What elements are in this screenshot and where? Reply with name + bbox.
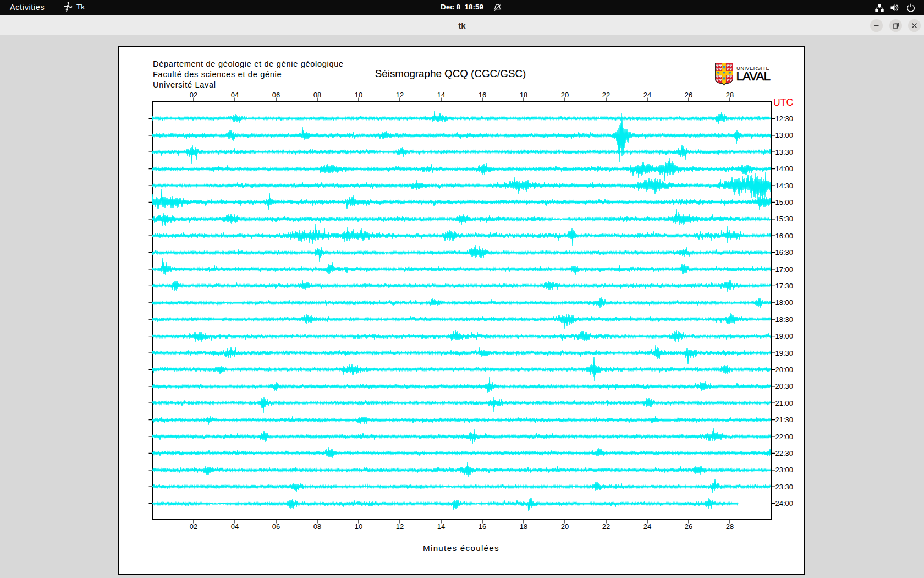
- svg-text:18: 18: [520, 522, 527, 531]
- svg-text:28: 28: [726, 91, 734, 99]
- svg-text:19:30: 19:30: [776, 349, 794, 357]
- svg-text:16: 16: [479, 91, 486, 99]
- svg-text:14:30: 14:30: [776, 182, 794, 190]
- svg-text:15:00: 15:00: [776, 198, 794, 206]
- svg-text:22:00: 22:00: [776, 433, 794, 441]
- svg-text:28: 28: [726, 522, 734, 531]
- svg-text:02: 02: [190, 522, 197, 531]
- svg-text:18: 18: [520, 91, 527, 99]
- svg-text:16: 16: [479, 522, 486, 531]
- svg-text:22: 22: [602, 91, 610, 99]
- svg-text:20: 20: [561, 522, 569, 531]
- svg-text:Minutes écoulées: Minutes écoulées: [423, 543, 499, 553]
- svg-text:15:30: 15:30: [776, 215, 794, 223]
- svg-text:22: 22: [602, 522, 610, 531]
- svg-text:20:30: 20:30: [776, 382, 794, 390]
- svg-text:24: 24: [644, 522, 651, 531]
- svg-text:19:00: 19:00: [776, 332, 794, 340]
- svg-text:08: 08: [314, 522, 321, 531]
- svg-text:Faculté des sciences et de gén: Faculté des sciences et de génie: [153, 70, 282, 79]
- svg-text:UTC: UTC: [773, 97, 793, 108]
- svg-text:18:00: 18:00: [776, 298, 794, 307]
- svg-text:20: 20: [561, 91, 569, 99]
- svg-text:06: 06: [272, 522, 280, 531]
- svg-text:18:30: 18:30: [776, 315, 794, 324]
- svg-text:12: 12: [396, 522, 404, 531]
- svg-text:24: 24: [644, 91, 651, 99]
- svg-text:13:00: 13:00: [776, 131, 794, 139]
- svg-text:14: 14: [437, 91, 445, 99]
- svg-text:12: 12: [396, 91, 404, 99]
- svg-text:26: 26: [685, 91, 692, 99]
- svg-text:Département de géologie et de: Département de géologie et de génie géol…: [153, 59, 344, 68]
- svg-text:16:00: 16:00: [776, 232, 794, 240]
- svg-text:14: 14: [437, 522, 445, 531]
- svg-text:23:30: 23:30: [776, 483, 794, 491]
- svg-text:23:00: 23:00: [776, 466, 794, 474]
- svg-text:06: 06: [272, 91, 280, 99]
- svg-text:26: 26: [685, 522, 692, 531]
- svg-text:Séismographe QCQ (CGC/GSC): Séismographe QCQ (CGC/GSC): [375, 68, 526, 79]
- svg-text:LAVAL: LAVAL: [736, 69, 771, 83]
- svg-text:08: 08: [314, 91, 321, 99]
- svg-text:10: 10: [355, 91, 362, 99]
- svg-text:10: 10: [355, 522, 362, 531]
- svg-text:17:00: 17:00: [776, 265, 794, 274]
- svg-text:04: 04: [231, 522, 239, 531]
- svg-text:17:30: 17:30: [776, 282, 794, 290]
- svg-text:14:00: 14:00: [776, 165, 794, 173]
- svg-text:20:00: 20:00: [776, 366, 794, 374]
- svg-text:02: 02: [190, 91, 197, 99]
- svg-text:24:00: 24:00: [776, 499, 794, 508]
- svg-text:21:00: 21:00: [776, 399, 794, 407]
- svg-text:Université Laval: Université Laval: [153, 80, 216, 89]
- svg-text:13:30: 13:30: [776, 148, 794, 156]
- svg-text:04: 04: [231, 91, 239, 99]
- svg-text:21:30: 21:30: [776, 416, 794, 424]
- svg-text:12:30: 12:30: [776, 114, 794, 123]
- svg-text:22:30: 22:30: [776, 449, 794, 457]
- svg-text:16:30: 16:30: [776, 248, 794, 257]
